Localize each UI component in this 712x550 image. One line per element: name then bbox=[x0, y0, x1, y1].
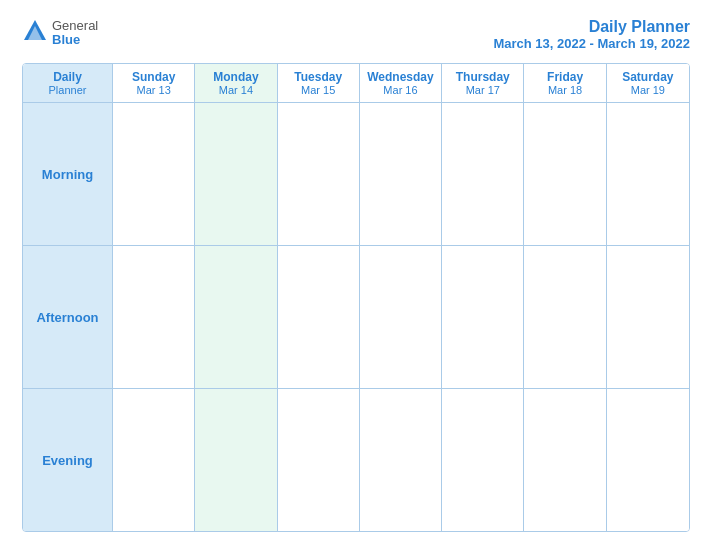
saturday-name: Saturday bbox=[611, 70, 685, 84]
header-label-line2: Planner bbox=[27, 84, 108, 96]
afternoon-monday[interactable] bbox=[195, 246, 277, 388]
afternoon-row: Afternoon bbox=[23, 246, 689, 389]
planner-title: Daily Planner bbox=[493, 18, 690, 36]
wednesday-name: Wednesday bbox=[364, 70, 437, 84]
evening-label: Evening bbox=[42, 453, 93, 468]
evening-row: Evening bbox=[23, 389, 689, 531]
sunday-name: Sunday bbox=[117, 70, 190, 84]
planner-date-range: March 13, 2022 - March 19, 2022 bbox=[493, 36, 690, 51]
logo-area: General Blue bbox=[22, 18, 98, 48]
afternoon-sunday[interactable] bbox=[113, 246, 195, 388]
tuesday-date: Mar 15 bbox=[282, 84, 355, 96]
friday-name: Friday bbox=[528, 70, 601, 84]
evening-label-cell: Evening bbox=[23, 389, 113, 531]
page: General Blue Daily Planner March 13, 202… bbox=[0, 0, 712, 550]
monday-name: Monday bbox=[199, 70, 272, 84]
morning-tuesday[interactable] bbox=[278, 103, 360, 245]
thursday-date: Mar 17 bbox=[446, 84, 519, 96]
afternoon-label-cell: Afternoon bbox=[23, 246, 113, 388]
afternoon-wednesday[interactable] bbox=[360, 246, 442, 388]
afternoon-saturday[interactable] bbox=[607, 246, 689, 388]
title-area: Daily Planner March 13, 2022 - March 19,… bbox=[493, 18, 690, 51]
logo-icon bbox=[22, 18, 48, 48]
header-label-line1: Daily bbox=[27, 70, 108, 84]
logo-blue-label: Blue bbox=[52, 33, 98, 47]
logo-text: General Blue bbox=[52, 19, 98, 48]
sunday-date: Mar 13 bbox=[117, 84, 190, 96]
evening-wednesday[interactable] bbox=[360, 389, 442, 531]
header-thursday: Thursday Mar 17 bbox=[442, 64, 524, 103]
monday-date: Mar 14 bbox=[199, 84, 272, 96]
calendar-body: Morning Afternoon bbox=[23, 103, 689, 531]
evening-friday[interactable] bbox=[524, 389, 606, 531]
afternoon-tuesday[interactable] bbox=[278, 246, 360, 388]
morning-thursday[interactable] bbox=[442, 103, 524, 245]
afternoon-label: Afternoon bbox=[36, 310, 98, 325]
logo-general-label: General bbox=[52, 19, 98, 33]
header-wednesday: Wednesday Mar 16 bbox=[360, 64, 442, 103]
morning-saturday[interactable] bbox=[607, 103, 689, 245]
header-sunday: Sunday Mar 13 bbox=[113, 64, 195, 103]
thursday-name: Thursday bbox=[446, 70, 519, 84]
evening-monday[interactable] bbox=[195, 389, 277, 531]
evening-tuesday[interactable] bbox=[278, 389, 360, 531]
morning-label-cell: Morning bbox=[23, 103, 113, 245]
evening-thursday[interactable] bbox=[442, 389, 524, 531]
calendar: Daily Planner Sunday Mar 13 Monday Mar 1… bbox=[22, 63, 690, 532]
header-saturday: Saturday Mar 19 bbox=[607, 64, 689, 103]
tuesday-name: Tuesday bbox=[282, 70, 355, 84]
evening-sunday[interactable] bbox=[113, 389, 195, 531]
morning-friday[interactable] bbox=[524, 103, 606, 245]
header-tuesday: Tuesday Mar 15 bbox=[278, 64, 360, 103]
header-label-cell: Daily Planner bbox=[23, 64, 113, 103]
header-monday: Monday Mar 14 bbox=[195, 64, 277, 103]
friday-date: Mar 18 bbox=[528, 84, 601, 96]
header: General Blue Daily Planner March 13, 202… bbox=[22, 18, 690, 51]
morning-sunday[interactable] bbox=[113, 103, 195, 245]
saturday-date: Mar 19 bbox=[611, 84, 685, 96]
morning-wednesday[interactable] bbox=[360, 103, 442, 245]
afternoon-thursday[interactable] bbox=[442, 246, 524, 388]
morning-row: Morning bbox=[23, 103, 689, 246]
calendar-header-row: Daily Planner Sunday Mar 13 Monday Mar 1… bbox=[23, 64, 689, 103]
evening-saturday[interactable] bbox=[607, 389, 689, 531]
morning-label: Morning bbox=[42, 167, 93, 182]
morning-monday[interactable] bbox=[195, 103, 277, 245]
header-friday: Friday Mar 18 bbox=[524, 64, 606, 103]
afternoon-friday[interactable] bbox=[524, 246, 606, 388]
wednesday-date: Mar 16 bbox=[364, 84, 437, 96]
